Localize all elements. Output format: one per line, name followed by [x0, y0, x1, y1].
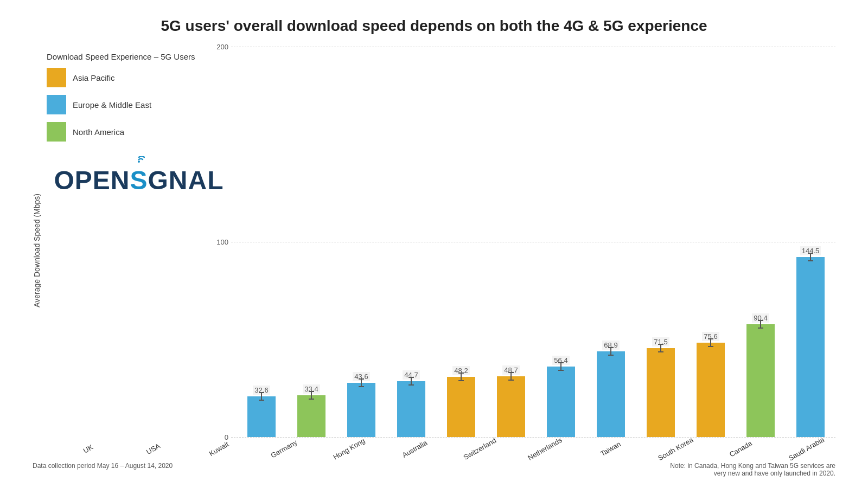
chart-inner: Download Speed Experience – 5G Users Asi… [47, 47, 835, 454]
chart-area: Average Download Speed (Mbps) Download S… [33, 47, 835, 454]
bar-wrapper: 48.7 [497, 365, 525, 437]
legend-color-na [47, 122, 66, 142]
bar-group: 75.6 [686, 332, 736, 437]
legend-color-europe [47, 95, 66, 114]
bar-group: 71.5 [636, 337, 686, 437]
legend-item-na: North America [47, 122, 231, 142]
bar-rect [547, 367, 575, 437]
error-bar [510, 372, 512, 381]
chart-title: 5G users' overall download speed depends… [33, 16, 835, 36]
main-container: 5G users' overall download speed depends… [0, 0, 868, 488]
error-bar [710, 338, 711, 347]
bar-rect [697, 343, 725, 437]
grid-and-bars: 010020032.633.443.644.748.248.756.468.97… [231, 47, 835, 437]
error-bar [411, 377, 412, 386]
bar-rect [746, 324, 775, 437]
error-bar [660, 344, 661, 352]
opensignal-text: OPENSGNAL [54, 165, 224, 195]
legend-color-asia [47, 68, 66, 87]
error-bar [760, 320, 761, 329]
error-bar [311, 391, 312, 400]
legend-item-asia: Asia Pacific [47, 68, 231, 87]
bar-rect [247, 396, 276, 437]
bar-rect [447, 377, 475, 437]
bar-chart-container: 010020032.633.443.644.748.248.756.468.97… [231, 47, 835, 440]
x-axis-labels: UKUSAKuwaitGermanyHong KongAustraliaSwit… [47, 443, 835, 454]
bar-wrapper: 75.6 [697, 332, 725, 437]
bar-wrapper: 144.5 [796, 246, 825, 437]
bar-wrapper: 48.2 [447, 366, 475, 437]
bar-wrapper: 43.6 [347, 372, 375, 437]
bar-wrapper: 71.5 [647, 337, 675, 437]
legend-label-asia: Asia Pacific [73, 73, 115, 82]
legend-item-europe: Europe & Middle East [47, 95, 231, 114]
y-axis-label: Average Download Speed (Mbps) [33, 194, 41, 307]
footer-left: Data collection period May 16 – August 1… [33, 462, 173, 477]
svg-point-0 [138, 160, 140, 163]
bar-rect [597, 351, 625, 437]
legend-label-na: North America [73, 127, 124, 137]
error-bar [810, 253, 811, 261]
footer-right: Note: in Canada, Hong Kong and Taiwan 5G… [670, 462, 835, 477]
bar-rect [796, 257, 825, 437]
bar-group: 144.5 [786, 246, 835, 437]
legend-opensignal-panel: Download Speed Experience – 5G Users Asi… [47, 47, 231, 440]
bar-group: 43.6 [336, 372, 386, 437]
opensignal-logo: OPENSGNAL [54, 165, 224, 195]
error-bar [461, 373, 462, 381]
bar-wrapper: 44.7 [397, 370, 425, 437]
bar-group: 48.2 [436, 366, 486, 437]
bar-group: 90.4 [736, 313, 786, 437]
bar-wrapper: 33.4 [297, 384, 326, 437]
error-bar [610, 347, 611, 356]
bar-wrapper: 68.9 [597, 341, 625, 437]
bar-group: 48.7 [486, 365, 536, 437]
bar-wrapper: 56.4 [547, 356, 575, 437]
bar-rect [397, 381, 425, 437]
bars-row: 32.633.443.644.748.248.756.468.971.575.6… [231, 47, 835, 437]
bar-rect [647, 348, 675, 437]
chart-top: Download Speed Experience – 5G Users Asi… [47, 47, 835, 440]
error-bar [261, 392, 262, 401]
bar-group: 33.4 [286, 384, 336, 437]
bar-group: 44.7 [386, 370, 436, 437]
bar-wrapper: 32.6 [247, 386, 276, 437]
error-bar [361, 378, 362, 387]
bar-group: 56.4 [536, 356, 586, 437]
y-tick-label: 200 [216, 43, 228, 51]
y-tick-label: 100 [216, 238, 228, 246]
bar-group: 68.9 [586, 341, 636, 437]
bar-wrapper: 90.4 [746, 313, 775, 437]
legend-title: Download Speed Experience – 5G Users [47, 52, 231, 61]
legend-label-europe: Europe & Middle East [73, 100, 151, 110]
grid-line [231, 437, 835, 438]
error-bar [560, 362, 561, 371]
